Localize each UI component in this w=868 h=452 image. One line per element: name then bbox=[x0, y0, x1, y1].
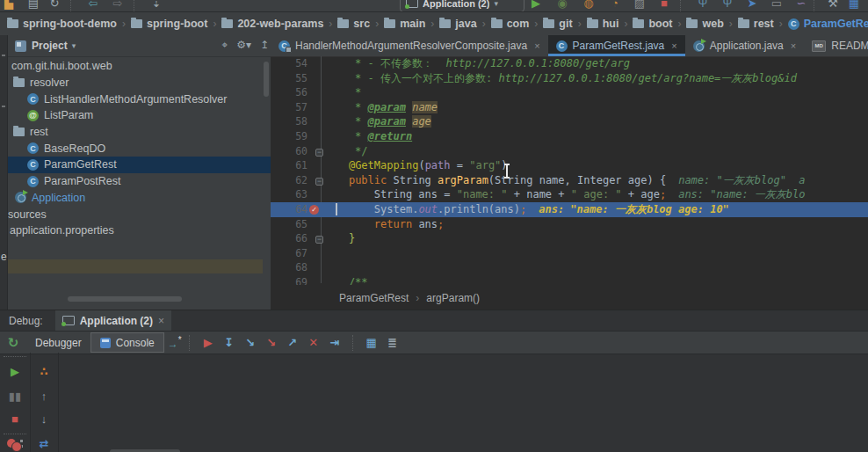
tree-item-com-git-hui-boot-web[interactable]: com.git.hui.boot.web bbox=[8, 58, 271, 75]
toolbar-icon[interactable]: ▙ bbox=[0, 0, 18, 12]
project-panel-header[interactable]: Project ▾ ⌖ ⚙▾ ↥ bbox=[8, 35, 271, 57]
close-icon[interactable]: × bbox=[158, 315, 164, 327]
toolbar-icon[interactable]: ∽ bbox=[792, 0, 810, 12]
collapse-all-icon[interactable]: ↥ bbox=[260, 39, 269, 51]
breadcrumb-item[interactable]: git bbox=[543, 18, 572, 30]
step-over-icon[interactable]: ↧ bbox=[219, 336, 240, 349]
force-step-into-icon[interactable]: ↘ bbox=[261, 336, 282, 349]
breadcrumb-item[interactable]: boot bbox=[633, 18, 672, 30]
breadcrumb-item[interactable]: 202-web-params bbox=[221, 18, 323, 30]
toolbar-icon[interactable]: ▨ bbox=[631, 0, 648, 12]
code-line-64[interactable]: 64✓ System.out.println(ans);ans: "name: … bbox=[271, 202, 868, 217]
toolbar-icon[interactable]: ➤ bbox=[743, 0, 761, 12]
run-to-cursor-icon[interactable]: ⇥ bbox=[324, 336, 345, 349]
show-execution-point-icon[interactable]: ▶ bbox=[198, 336, 219, 349]
breadcrumb-item[interactable]: src bbox=[337, 18, 370, 30]
frame-down-icon[interactable]: ↓ bbox=[30, 412, 58, 426]
layout-settings-icon[interactable]: ≣ bbox=[382, 336, 403, 349]
code-line-65[interactable]: 65 return ans; bbox=[271, 217, 868, 232]
tab-paramgetrest-java[interactable]: CParamGetRest.java× bbox=[548, 35, 685, 56]
threads-view-icon[interactable]: ⇄ bbox=[30, 437, 58, 450]
tree-item-application[interactable]: Application bbox=[8, 190, 271, 207]
code-line-63[interactable]: 63 String ans = "name: " + name + " age:… bbox=[271, 187, 868, 202]
code-line-55[interactable]: 55 * - 传入一个对不上的参数: http://127.0.0.1:8080… bbox=[271, 71, 868, 86]
code-line-60[interactable]: 60– */ bbox=[271, 144, 868, 159]
jump-to-output-icon[interactable]: →* bbox=[168, 335, 182, 350]
code-line-66[interactable]: 66– } bbox=[271, 231, 868, 246]
close-icon[interactable]: × bbox=[534, 40, 539, 51]
toolbar-icon[interactable]: ↻ bbox=[46, 0, 63, 12]
breadcrumb-item[interactable]: hui bbox=[587, 18, 619, 30]
settle-icon[interactable]: ⌖ bbox=[221, 39, 228, 51]
chevron-down-icon[interactable]: ▾ bbox=[72, 41, 76, 50]
breadcrumb-item[interactable]: rest bbox=[738, 18, 774, 30]
toolbar-icon[interactable]: ⇨ bbox=[109, 0, 127, 12]
code-line-61[interactable]: 61 @GetMapping(path = "arg") bbox=[271, 158, 868, 173]
stop-icon[interactable]: ■ bbox=[0, 412, 30, 426]
breadcrumb-item[interactable]: web bbox=[686, 18, 723, 30]
close-icon[interactable]: × bbox=[671, 40, 676, 51]
toolbar-icon[interactable]: ◍ bbox=[580, 0, 597, 12]
code-line-68[interactable]: 68 bbox=[271, 260, 868, 275]
code-line-58[interactable]: 58 * @param age bbox=[271, 114, 868, 129]
debug-session-tab[interactable]: Application (2) × bbox=[55, 310, 171, 331]
breadcrumb-item[interactable]: java bbox=[439, 18, 476, 30]
run-configuration-select[interactable]: Application (2) ▾ bbox=[400, 0, 524, 12]
close-icon[interactable]: × bbox=[791, 40, 796, 51]
tree-item-paramgetrest[interactable]: CParamGetRest bbox=[8, 157, 271, 173]
toolbar-icon[interactable]: ⇦ bbox=[84, 0, 102, 12]
code-line-69[interactable]: 69 /** bbox=[271, 275, 868, 285]
step-into-icon[interactable]: ↘ bbox=[240, 336, 261, 349]
tree-item-basereqdo[interactable]: CBaseReqDO bbox=[8, 140, 271, 157]
rerun-icon[interactable]: ↻ bbox=[0, 335, 26, 351]
toolbar-icon[interactable]: ▤ bbox=[25, 0, 42, 12]
tree-item-rest[interactable]: rest bbox=[8, 124, 271, 141]
toolbar-icon[interactable]: ◔ bbox=[606, 0, 624, 12]
breadcrumb-method[interactable]: argParam() bbox=[426, 292, 480, 304]
breadcrumb-item[interactable]: main bbox=[384, 18, 425, 30]
tab-handlermethodargumentresolvercomposite-java[interactable]: CHandlerMethodArgumentResolverComposite.… bbox=[271, 35, 548, 56]
fold-marker-icon[interactable]: – bbox=[315, 236, 323, 244]
code-line-54[interactable]: 54 * - 不传参数： http://127.0.0.1:8080/get/a… bbox=[271, 56, 868, 71]
toolbar-icon[interactable]: ⚒ bbox=[824, 0, 842, 12]
breadcrumb-item[interactable]: spring-boot bbox=[131, 18, 207, 30]
tab-readme-md[interactable]: MDREADME.md bbox=[804, 35, 868, 56]
toolbar-icon[interactable]: ■ bbox=[655, 0, 673, 12]
tree-item-resolver[interactable]: resolver bbox=[8, 75, 271, 91]
project-horizontal-scrollbar[interactable] bbox=[68, 296, 182, 302]
tree-row-hover[interactable] bbox=[8, 259, 263, 273]
breadcrumb-item[interactable]: spring-boot-demo bbox=[7, 18, 117, 30]
toolbar-icon[interactable]: ◉ bbox=[553, 0, 571, 12]
toolbar-icon[interactable]: ▭ bbox=[768, 0, 785, 12]
breadcrumb-item[interactable]: com bbox=[491, 18, 530, 30]
toolbar-icon[interactable]: Ψ bbox=[719, 0, 736, 12]
code-line-57[interactable]: 57 * @param name bbox=[271, 100, 868, 115]
tab-console[interactable]: Console bbox=[90, 332, 164, 353]
gear-icon[interactable]: ⚙▾ bbox=[236, 39, 251, 51]
code-line-56[interactable]: 56 * bbox=[271, 85, 868, 100]
code-line-67[interactable]: 67 bbox=[271, 246, 868, 261]
breadcrumb-class[interactable]: ParamGetRest bbox=[339, 292, 409, 304]
toolbar-icon[interactable]: ▦ bbox=[845, 0, 863, 12]
step-out-icon[interactable]: ↗ bbox=[282, 336, 303, 349]
breakpoint-icon[interactable]: ✓ bbox=[309, 205, 319, 215]
tab-application-java[interactable]: Application.java× bbox=[685, 35, 805, 56]
code-editor[interactable]: 54 * - 不传参数： http://127.0.0.1:8080/get/a… bbox=[271, 56, 868, 285]
tree-item-listhandlermethodargumentresolver[interactable]: CListHandlerMethodArgumentResolver bbox=[8, 91, 271, 107]
tab-debugger[interactable]: Debugger bbox=[26, 332, 90, 354]
fold-marker-icon[interactable]: – bbox=[315, 149, 323, 157]
toolbar-icon[interactable]: ▶ bbox=[527, 0, 545, 12]
evaluate-expression-icon[interactable]: ▦ bbox=[361, 336, 382, 349]
pause-icon[interactable]: ▮▮ bbox=[0, 390, 30, 403]
drop-frame-icon[interactable]: ✕ bbox=[303, 336, 324, 349]
code-line-62[interactable]: 62– public String argParam(String name, … bbox=[271, 173, 868, 188]
code-line-59[interactable]: 59 * @return bbox=[271, 129, 868, 144]
tree-item-sources[interactable]: sources bbox=[8, 206, 271, 222]
tree-item-parampostrest[interactable]: CParamPostRest bbox=[8, 173, 271, 190]
breadcrumb-item-class[interactable]: CParamGetRest bbox=[788, 18, 868, 30]
frame-up-icon[interactable]: ↑ bbox=[30, 390, 58, 403]
project-vertical-scrollbar[interactable] bbox=[264, 62, 269, 97]
resume-icon[interactable]: ▶ bbox=[0, 365, 30, 378]
hide-frames-icon[interactable]: ∴ bbox=[30, 365, 58, 378]
toolbar-icon[interactable]: Ψ bbox=[694, 0, 712, 12]
